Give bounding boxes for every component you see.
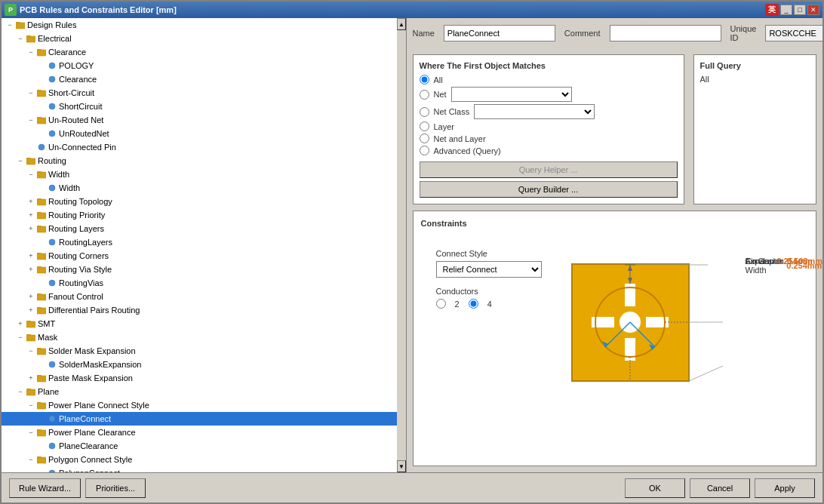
tree-item-un-connected-pin[interactable]: Un-Connected Pin (2, 140, 397, 154)
tree-item-routing-layers[interactable]: +Routing Layers (2, 222, 397, 235)
priorities-button[interactable]: Priorities... (85, 478, 146, 498)
query-builder-button[interactable]: Query Builder ... (420, 181, 678, 198)
conductors-section: Conductors 2 4 (436, 287, 542, 309)
tree-toggle-planeconnect-leaf (36, 413, 47, 424)
tree-item-diff-pairs-routing[interactable]: +Differential Pairs Routing (2, 303, 397, 317)
radio-all-label: All (434, 75, 443, 85)
tree-item-width-group[interactable]: −Width (2, 167, 397, 181)
tree-item-soldermaskexp-leaf[interactable]: SolderMaskExpansion (2, 358, 397, 371)
uniqueid-input[interactable] (765, 25, 822, 41)
query-buttons: Query Helper ... Query Builder ... (420, 161, 678, 198)
minimize-button[interactable]: _ (780, 5, 792, 15)
fullquery-section: Full Query All (693, 54, 817, 204)
tree-item-routing-corners[interactable]: +Routing Corners (2, 249, 397, 263)
cancel-button[interactable]: Cancel (690, 478, 750, 498)
tree-toggle-fanout-control: + (26, 291, 36, 302)
tree-item-shortcircuit-leaf[interactable]: ShortCircuit (2, 100, 397, 113)
close-button[interactable]: ✕ (807, 5, 819, 15)
tree-item-power-plane-connect[interactable]: −Power Plane Connect Style (2, 398, 397, 412)
tree-item-short-circuit[interactable]: −Short-Circuit (2, 86, 397, 100)
name-input[interactable] (444, 25, 555, 41)
svg-rect-0 (16, 23, 25, 29)
tree-panel: −Design Rules−Electrical−Clearance POLOG… (2, 18, 397, 472)
tree-icon-routing (26, 155, 36, 166)
tree-item-clearance-leaf[interactable]: Clearance (2, 72, 397, 86)
radio-net-input[interactable] (420, 90, 429, 100)
svg-rect-63 (26, 389, 35, 395)
conductor-2-label: 2 (455, 300, 460, 309)
content-panel: Name Comment Unique ID Where The First O… (407, 18, 823, 472)
radio-netandlayer-input[interactable] (420, 134, 429, 143)
apply-button[interactable]: Apply (755, 478, 815, 498)
tree-label-fanout-control: Fanout Control (48, 292, 103, 301)
tree-item-smt[interactable]: +SMT (2, 317, 397, 330)
tree-item-routingvias-leaf[interactable]: RoutingVias (2, 276, 397, 290)
tree-label-un-routed-net: Un-Routed Net (48, 115, 103, 124)
tree-item-planeclearance-leaf[interactable]: PlaneClearance (2, 439, 397, 453)
tree-item-routing-layers-leaf[interactable]: RoutingLayers (2, 235, 397, 249)
radio-layer-input[interactable] (420, 121, 429, 131)
tree-item-clearance-group[interactable]: −Clearance (2, 45, 397, 59)
tree-item-unroutednet-leaf[interactable]: UnRoutedNet (2, 127, 397, 140)
thermal-relief-diagram (557, 249, 723, 400)
net-select[interactable] (451, 87, 572, 102)
tree-label-soldermaskexp-leaf: SolderMaskExpansion (59, 360, 141, 369)
tree-item-solder-mask-exp[interactable]: −Solder Mask Expansion (2, 344, 397, 358)
netclass-select[interactable] (474, 104, 595, 119)
radio-advanced: Advanced (Query) (420, 146, 678, 155)
tree-label-width-group: Width (48, 170, 69, 179)
conductor-2-radio[interactable] (436, 299, 446, 309)
constraints-body: Connect Style Relief Connect Direct Conn… (421, 234, 809, 416)
tree-toggle-pology (36, 60, 47, 71)
radio-all-input[interactable] (420, 75, 429, 85)
tree-toggle-design-rules: − (5, 20, 15, 30)
scroll-up-button[interactable]: ▲ (397, 18, 406, 30)
comment-input[interactable] (610, 25, 721, 41)
tree-icon-routing-corners (36, 250, 47, 261)
tree-label-plane: Plane (38, 387, 59, 396)
tree-item-un-routed-net[interactable]: −Un-Routed Net (2, 113, 397, 127)
tree-item-routing[interactable]: −Routing (2, 154, 397, 167)
tree-item-mask[interactable]: −Mask (2, 330, 397, 344)
tree-item-planeconnect-leaf[interactable]: PlaneConnect (2, 412, 397, 426)
tree-item-routing-topology[interactable]: +Routing Topology (2, 195, 397, 208)
tree-item-routing-via-style[interactable]: +Routing Via Style (2, 263, 397, 276)
svg-rect-15 (37, 118, 46, 124)
tree-item-plane[interactable]: −Plane (2, 385, 397, 398)
connect-style-select[interactable]: Relief Connect Direct Connect No Connect (436, 261, 542, 278)
scroll-down-button[interactable]: ▼ (397, 460, 406, 472)
tree-label-planeconnect-leaf: PlaneConnect (59, 414, 111, 423)
tree-label-width-leaf: Width (59, 183, 80, 192)
maximize-button[interactable]: □ (794, 5, 806, 15)
expansion-label: Expansion (746, 257, 784, 266)
tree-item-routing-priority[interactable]: +Routing Priority (2, 208, 397, 222)
tree-icon-planeclearance-leaf (47, 441, 57, 451)
tree-item-fanout-control[interactable]: +Fanout Control (2, 290, 397, 303)
ok-button[interactable]: OK (625, 478, 685, 498)
svg-point-10 (49, 76, 55, 82)
tree-icon-soldermaskexp-leaf (47, 359, 57, 370)
tree-icon-width-leaf (47, 183, 57, 193)
annotations: Conductor Width 0.254mm Air-Gap 0.254mm … (738, 249, 746, 279)
tree-item-electrical[interactable]: −Electrical (2, 32, 397, 45)
svg-point-26 (49, 185, 55, 191)
tree-icon-shortcircuit-leaf (47, 101, 57, 112)
tree-item-polygon-connect-style[interactable]: −Polygon Connect Style (2, 453, 397, 466)
tree-label-paste-mask-exp: Paste Mask Expansion (48, 373, 133, 383)
tree-scrollbar[interactable]: ▲ ▼ (397, 18, 406, 472)
tree-item-polygonconnect-leaf[interactable]: PolygonConnect (2, 466, 397, 472)
conductor-4-radio[interactable] (469, 299, 478, 309)
radio-netclass-input[interactable] (420, 107, 429, 117)
rule-wizard-button[interactable]: Rule Wizard... (9, 478, 81, 498)
svg-point-9 (49, 63, 55, 69)
tree-item-pology[interactable]: POLOGY (2, 59, 397, 72)
tree-toggle-width-group: − (26, 169, 36, 180)
constraints-section: Constraints Connect Style Relief Connect… (413, 211, 817, 466)
tree-item-design-rules[interactable]: −Design Rules (2, 18, 397, 32)
query-helper-button[interactable]: Query Helper ... (420, 161, 678, 178)
svg-rect-74 (37, 457, 46, 463)
tree-item-power-plane-clearance[interactable]: −Power Plane Clearance (2, 426, 397, 439)
radio-advanced-input[interactable] (420, 146, 429, 155)
tree-item-width-leaf[interactable]: Width (2, 181, 397, 195)
tree-item-paste-mask-exp[interactable]: +Paste Mask Expansion (2, 371, 397, 385)
